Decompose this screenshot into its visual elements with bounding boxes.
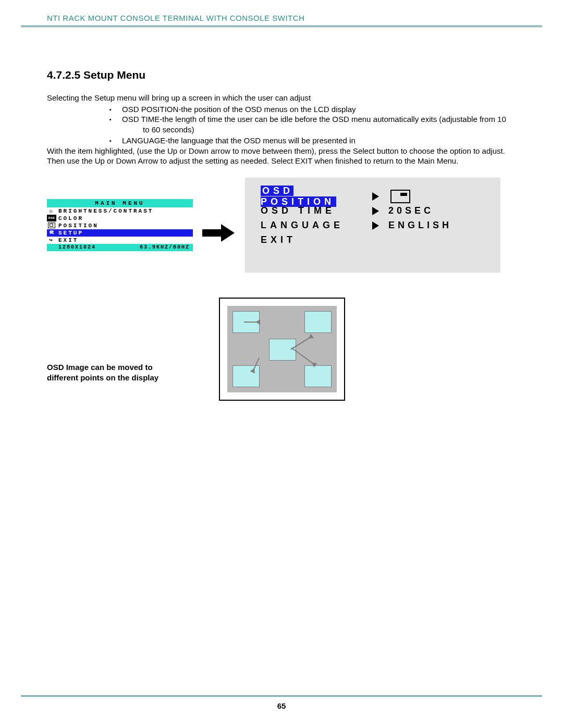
setup-item-osd-time: OSD TIME [261, 205, 370, 216]
section-title: Setup Menu [83, 69, 145, 81]
menu-item-brightness: BRIGHTNESS/CONTRAST [56, 208, 193, 214]
menu-item-color: COLOR [56, 215, 193, 221]
footer-resolution: 1280X1024 [58, 244, 96, 250]
menu-item-setup: SETUP [56, 230, 193, 236]
triangle-right-icon [372, 207, 379, 215]
setup-item-language: LANGUAGE [261, 220, 370, 231]
footer-refresh: 63.9KHZ/60HZ [140, 244, 190, 250]
setup-item-exit: EXIT [261, 235, 370, 245]
menu-item-position: POSITION [56, 223, 193, 229]
brightness-icon [47, 207, 56, 214]
language-value: ENGLISH [388, 220, 452, 231]
running-header: NTI RACK MOUNT CONSOLE TERMINAL WITH CON… [47, 14, 542, 22]
exit-icon [47, 237, 56, 243]
bullet-osd-position: OSD POSITION-the position of the OSD men… [109, 104, 516, 115]
pos-square-center [269, 339, 296, 361]
section-heading: 4.7.2.5 Setup Menu [47, 69, 516, 81]
footer-rule [21, 695, 542, 697]
instruction-text: With the item highlighted, (use the Up o… [47, 146, 516, 166]
header-rule [21, 26, 542, 27]
diagram-caption: OSD Image can be moved to different poin… [47, 362, 182, 382]
pos-square-top-right [304, 311, 332, 333]
main-menu-screenshot: MAIN MENU BRIGHTNESS/CONTRAST RGBCOLOR P… [47, 199, 193, 251]
arrow-icon [202, 224, 236, 242]
menu-item-exit: EXIT [56, 237, 193, 243]
bullet-osd-time: OSD TIME-the length of time the user can… [109, 114, 516, 125]
section-number: 4.7.2.5 [47, 69, 80, 81]
triangle-right-icon [372, 192, 379, 201]
position-icon [47, 222, 56, 229]
bullet-osd-time-cont: to 60 seconds) [143, 125, 516, 135]
triangle-right-icon [372, 221, 379, 230]
setup-icon [47, 229, 56, 236]
rgb-icon: RGB [47, 215, 56, 221]
bullet-language: LANGUAGE-the language that the OSD menus… [109, 135, 516, 146]
setup-menu-screenshot: OSD POSITION OSD TIME 20SEC LANGUAGE ENG… [245, 178, 500, 273]
pos-square-bottom-right [304, 365, 332, 387]
osd-position-value-icon [390, 190, 410, 203]
intro-text: Selecting the Setup menu will bring up a… [47, 93, 516, 103]
page-number: 65 [0, 701, 563, 710]
main-menu-title: MAIN MENU [47, 199, 193, 207]
setup-item-osd-position: OSD POSITION [261, 186, 336, 207]
osd-time-value: 20SEC [388, 205, 434, 216]
osd-position-diagram [219, 298, 345, 401]
diagram-arrow [244, 322, 260, 323]
